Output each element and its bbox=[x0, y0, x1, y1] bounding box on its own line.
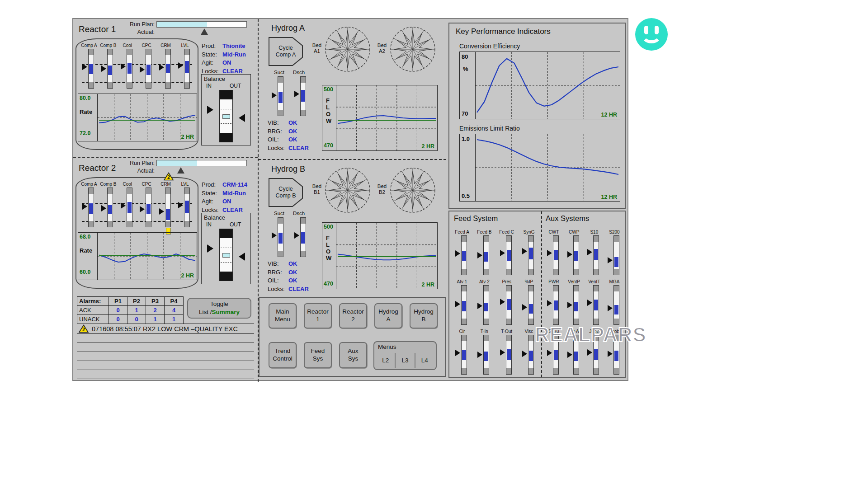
radar-canvas bbox=[390, 26, 436, 72]
balance-in-label: IN bbox=[206, 221, 212, 228]
aux-sys-button[interactable]: Aux Sys bbox=[339, 342, 367, 368]
trend-control-button[interactable]: Trend Control bbox=[269, 342, 297, 368]
gauge-label: PWR bbox=[548, 279, 559, 285]
prod-value: Thionite bbox=[222, 42, 245, 49]
gauge-pointer-icon bbox=[455, 350, 460, 356]
reactor2-vessel: Comp A Comp B Cool CPC CRM LVL bbox=[75, 177, 198, 289]
hydrog-a-valve-gauges bbox=[269, 76, 310, 116]
bar-gauge-comp-a[interactable]: Comp A bbox=[80, 182, 98, 227]
bar-gauge-cwp[interactable]: CWP bbox=[564, 230, 584, 275]
actual-label: Actual: bbox=[131, 168, 155, 174]
bar-gauge-atv-1[interactable]: Atv 1 bbox=[452, 279, 472, 325]
col-p3: P3 bbox=[146, 297, 165, 306]
bar-gauge-cool[interactable]: Cool bbox=[118, 43, 137, 89]
run-plan-label: Run Plan: bbox=[127, 160, 155, 166]
realpars-watermark: REALPARS bbox=[535, 324, 646, 346]
gauge-bar bbox=[454, 235, 470, 275]
flow-plot bbox=[336, 85, 437, 150]
bar-gauge-crm[interactable]: CRM bbox=[157, 182, 175, 227]
gauge-pointer-icon bbox=[522, 351, 527, 357]
reactor-2-button[interactable]: Reactor 2 bbox=[339, 303, 367, 328]
gauge-label: CRM bbox=[160, 43, 171, 49]
ack-p4: 4 bbox=[165, 306, 183, 315]
run-plan-fill bbox=[157, 160, 197, 166]
bar-gauge[interactable] bbox=[269, 76, 288, 116]
bar-gauge-clr[interactable]: Clr bbox=[452, 329, 472, 375]
unack-p1: 0 bbox=[109, 315, 127, 324]
aux-gauge-row-2: PWR VentP VentT MGA bbox=[544, 279, 624, 325]
reactor-1-button[interactable]: Reactor 1 bbox=[304, 303, 332, 328]
bed-a2-radar bbox=[390, 26, 436, 72]
gauge-bar bbox=[521, 335, 537, 375]
run-plan-label: Run Plan: bbox=[127, 21, 155, 28]
cycle-comp-a-button[interactable]: Cycle Comp A bbox=[269, 37, 303, 66]
bar-gauge-cool[interactable]: Cool bbox=[118, 182, 137, 227]
comp-label: Cycle Comp A bbox=[269, 37, 303, 66]
bar-gauge-atv-2[interactable]: Atv 2 bbox=[474, 279, 494, 325]
actual-marker bbox=[201, 28, 208, 35]
toggle-line1: Toggle bbox=[210, 300, 228, 308]
bar-gauge-comp-b[interactable]: Comp B bbox=[99, 182, 117, 227]
col-p2: P2 bbox=[127, 297, 146, 306]
col-p4: P4 bbox=[165, 297, 183, 306]
vib-value: OK bbox=[288, 260, 297, 267]
gauge-label: VentT bbox=[588, 279, 600, 285]
menu-l2-button[interactable]: L2 bbox=[376, 353, 395, 368]
active-alarm-row[interactable]: 2 071608 08:55:07 RX2 LOW CRM –QUALITY E… bbox=[77, 324, 254, 334]
bar-gauge-feed-b[interactable]: Feed B bbox=[474, 230, 494, 275]
bar-gauge-ventt[interactable]: VentT bbox=[584, 279, 604, 325]
bar-gauge[interactable] bbox=[269, 217, 288, 257]
kpi1-ymin: 70 bbox=[462, 110, 468, 117]
balance-setpoint bbox=[222, 114, 230, 119]
gauge-label: VentP bbox=[568, 279, 580, 285]
vib-label: VIB: bbox=[268, 119, 288, 126]
bar-gauge-ventp[interactable]: VentP bbox=[564, 279, 584, 325]
feed-sys-button[interactable]: Feed Sys bbox=[304, 342, 332, 368]
bar-gauge-feed-a[interactable]: Feed A bbox=[452, 230, 472, 275]
gauge-pointer-icon bbox=[608, 257, 613, 263]
bar-gauge-lvl[interactable]: LVL bbox=[176, 43, 194, 89]
gauge-bar bbox=[521, 235, 537, 275]
bar-gauge-feed-c[interactable]: Feed C bbox=[497, 230, 517, 275]
bar-gauge-pwr[interactable]: PWR bbox=[544, 279, 564, 325]
main-menu-button[interactable]: Main Menu bbox=[269, 303, 297, 328]
bar-gauge-lvl[interactable]: LVL bbox=[176, 182, 194, 227]
hydrog-a-button[interactable]: Hydrog A bbox=[374, 303, 402, 328]
menu-l4-button[interactable]: L4 bbox=[415, 353, 434, 368]
radar-canvas bbox=[325, 26, 371, 72]
oil-value: OK bbox=[288, 277, 297, 284]
kpi-title: Key Performance Indicators bbox=[456, 27, 551, 36]
bar-gauge[interactable] bbox=[292, 76, 310, 116]
bar-gauge-comp-a[interactable]: Comp A bbox=[80, 43, 98, 89]
bar-gauge-t-out[interactable]: T-Out bbox=[497, 329, 517, 375]
cycle-comp-b-button[interactable]: Cycle Comp B bbox=[269, 178, 303, 207]
bar-gauge-cpc[interactable]: CPC bbox=[137, 182, 156, 227]
bar-gauge-crm[interactable]: CRM bbox=[157, 43, 175, 89]
smiley-logo bbox=[635, 18, 668, 51]
bar-gauge-pres[interactable]: Pres bbox=[497, 279, 517, 325]
suct-label: Suct bbox=[274, 70, 284, 75]
warning-triangle-icon[interactable]: 2 bbox=[164, 172, 174, 181]
agit-label: Agit: bbox=[202, 198, 222, 205]
toggle-list-summary-button[interactable]: Toggle List /Summary bbox=[187, 298, 251, 319]
aux-systems-title: Aux Systems bbox=[546, 214, 589, 223]
alarms-header: Alarms: bbox=[77, 297, 109, 306]
gauge-label: Clr bbox=[459, 329, 465, 335]
bar-gauge-ip[interactable]: %IP bbox=[519, 279, 539, 325]
bar-gauge-s10[interactable]: S10 bbox=[584, 230, 604, 275]
bar-gauge-syng[interactable]: SynG bbox=[519, 230, 539, 275]
bar-gauge-t-in[interactable]: T-In bbox=[474, 329, 494, 375]
bar-gauge-comp-b[interactable]: Comp B bbox=[99, 43, 117, 89]
bar-gauge-mga[interactable]: MGA bbox=[604, 279, 624, 325]
bar-gauge[interactable] bbox=[292, 217, 310, 257]
bar-gauge-s200[interactable]: S200 bbox=[604, 230, 624, 275]
prod-label: Prod: bbox=[202, 42, 222, 49]
bar-gauge-cwt[interactable]: CWT bbox=[544, 230, 564, 275]
hydrog-b-button[interactable]: Hydrog B bbox=[410, 303, 438, 328]
gauge-bar bbox=[139, 188, 154, 227]
menu-l3-button[interactable]: L3 bbox=[395, 353, 414, 368]
flow-ylabel: FLOW bbox=[326, 97, 332, 124]
trend-ylabel: Rate bbox=[80, 247, 92, 254]
bar-gauge-cpc[interactable]: CPC bbox=[137, 43, 156, 89]
aux-gauge-row-1: CWT CWP S10 S200 bbox=[544, 230, 624, 275]
